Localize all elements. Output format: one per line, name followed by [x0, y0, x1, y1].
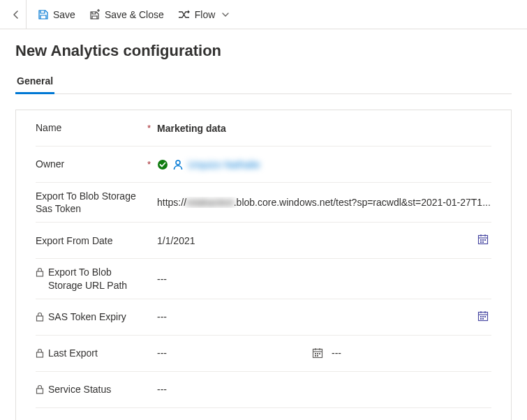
- svg-rect-31: [317, 355, 318, 357]
- calendar-button: [475, 308, 491, 327]
- svg-rect-32: [37, 389, 43, 393]
- back-arrow-icon: [10, 9, 22, 20]
- svg-point-0: [158, 160, 168, 170]
- svg-rect-21: [482, 318, 484, 320]
- save-close-icon: [89, 9, 101, 20]
- tab-bar: General: [15, 70, 512, 94]
- field-last-export-value: --- ---: [157, 347, 491, 359]
- owner-name: Urquizo Nathalie: [188, 159, 260, 170]
- svg-rect-28: [317, 353, 318, 354]
- help-link-row: Learn how to setup blob storage export.: [36, 408, 491, 420]
- person-icon: [172, 159, 184, 170]
- field-export-date-label: Export From Date: [36, 234, 147, 247]
- field-owner: Owner * Urquizo Nathalie: [36, 147, 491, 183]
- tab-general-label: General: [17, 75, 53, 87]
- field-service-status: Service Status ---: [36, 372, 491, 408]
- form-panel: Name * Marketing data Owner * Urquizo Na…: [15, 110, 512, 420]
- page-title: New Analytics configuration: [15, 42, 512, 60]
- svg-rect-29: [319, 353, 320, 354]
- svg-rect-18: [482, 316, 484, 317]
- field-last-export-label: Last Export: [36, 347, 147, 359]
- flow-button[interactable]: Flow: [171, 0, 237, 29]
- field-service-status-label: Service Status: [36, 383, 147, 396]
- lock-icon: [36, 312, 44, 322]
- calendar-icon: [477, 234, 489, 245]
- svg-rect-17: [480, 316, 482, 317]
- save-label: Save: [53, 9, 75, 20]
- field-sas-token: Export To Blob Storage Sas Token https:/…: [36, 183, 491, 223]
- lock-icon: [36, 384, 44, 394]
- field-sas-expiry-value: ---: [157, 308, 491, 327]
- calendar-icon: [477, 310, 489, 322]
- field-last-export: Last Export --- ---: [36, 336, 491, 372]
- field-name: Name * Marketing data: [36, 110, 491, 147]
- field-sas-token-value[interactable]: https://totakactest.blob.core.windows.ne…: [157, 197, 491, 208]
- required-mark: *: [147, 123, 157, 133]
- field-name-value[interactable]: Marketing data: [157, 123, 491, 134]
- svg-rect-20: [480, 318, 482, 320]
- field-owner-label: Owner: [36, 158, 147, 170]
- field-url-path-value: ---: [157, 273, 491, 285]
- flow-label: Flow: [195, 9, 216, 20]
- field-export-date: Export From Date 1/1/2021: [36, 223, 491, 259]
- field-sas-expiry: SAS Token Expiry ---: [36, 299, 491, 336]
- svg-rect-27: [315, 353, 316, 354]
- field-service-status-value: ---: [157, 384, 491, 395]
- lock-icon: [36, 267, 44, 277]
- svg-rect-11: [37, 271, 43, 276]
- lock-icon: [36, 348, 44, 358]
- flow-icon: [178, 10, 191, 20]
- svg-point-1: [176, 160, 180, 165]
- calendar-icon: [304, 347, 332, 359]
- field-sas-token-label: Export To Blob Storage Sas Token: [36, 190, 147, 215]
- save-close-label: Save & Close: [105, 9, 164, 20]
- svg-rect-30: [315, 355, 316, 357]
- verified-icon: [157, 159, 168, 170]
- svg-rect-19: [484, 316, 486, 317]
- svg-rect-12: [37, 316, 43, 321]
- svg-rect-9: [480, 241, 482, 243]
- page-content: New Analytics configuration General Name…: [0, 29, 527, 420]
- back-button[interactable]: [6, 0, 27, 29]
- save-close-button[interactable]: Save & Close: [82, 0, 171, 29]
- svg-rect-6: [480, 239, 482, 241]
- field-url-path: Export To Blob Storage URL Path ---: [36, 259, 491, 299]
- svg-rect-22: [37, 352, 43, 357]
- save-button[interactable]: Save: [31, 0, 82, 29]
- calendar-button[interactable]: [475, 231, 491, 250]
- command-bar: Save Save & Close Flow: [0, 0, 527, 29]
- field-url-path-label: Export To Blob Storage URL Path: [36, 266, 147, 291]
- svg-rect-10: [482, 241, 484, 243]
- svg-rect-7: [482, 239, 484, 241]
- field-sas-expiry-label: SAS Token Expiry: [36, 310, 147, 323]
- tab-general[interactable]: General: [15, 70, 54, 93]
- field-owner-value[interactable]: Urquizo Nathalie: [157, 159, 491, 170]
- field-export-date-value[interactable]: 1/1/2021: [157, 231, 491, 250]
- svg-rect-8: [484, 239, 486, 241]
- save-icon: [38, 9, 49, 20]
- field-name-label: Name: [36, 121, 147, 134]
- required-mark: *: [147, 159, 157, 170]
- chevron-down-icon: [222, 11, 229, 18]
